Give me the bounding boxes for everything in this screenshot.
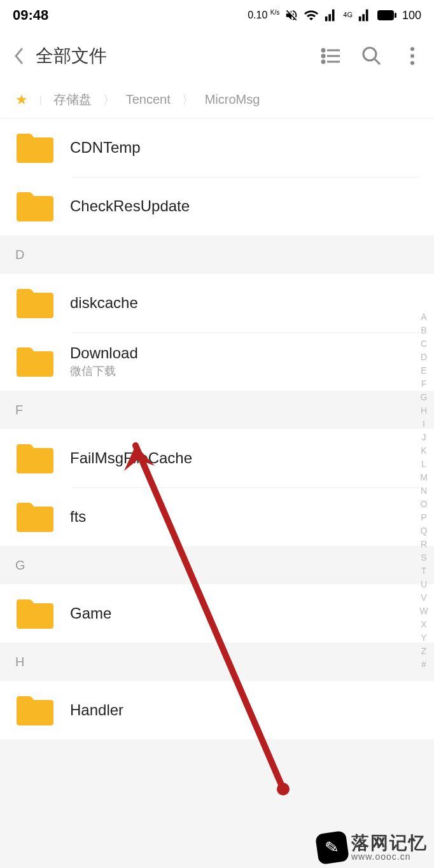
watermark-icon: ✎ [315, 830, 349, 865]
az-letter[interactable]: G [417, 392, 430, 405]
az-letter[interactable]: T [417, 566, 430, 579]
section-header: G [0, 546, 434, 584]
watermark: ✎ 落网记忆 www.oooc.cn [317, 832, 428, 863]
svg-rect-0 [377, 10, 394, 20]
battery-level: 100 [402, 9, 421, 22]
svg-point-11 [410, 54, 414, 58]
breadcrumb-item[interactable]: MicroMsg [205, 92, 260, 107]
folder-row[interactable]: FailMsgFileCache [0, 429, 434, 487]
watermark-main: 落网记忆 [351, 834, 428, 852]
svg-rect-1 [395, 13, 396, 18]
folder-row[interactable]: Game [0, 584, 434, 643]
svg-point-2 [322, 49, 325, 52]
svg-point-4 [322, 55, 325, 57]
list-view-icon[interactable] [319, 45, 342, 67]
az-letter[interactable]: H [417, 405, 430, 419]
az-letter[interactable]: W [417, 606, 430, 619]
az-letter[interactable]: A [417, 312, 430, 325]
az-letter[interactable]: Z [417, 646, 430, 659]
az-letter[interactable]: I [417, 419, 430, 432]
folder-row[interactable]: fts [0, 487, 434, 546]
chevron-right-icon: 〉 [182, 92, 193, 108]
section-header: H [0, 643, 434, 681]
wifi-icon [304, 8, 319, 23]
svg-point-12 [410, 61, 414, 65]
signal-icon-2 [358, 8, 372, 22]
az-letter[interactable]: F [417, 379, 430, 392]
az-letter[interactable]: Q [417, 526, 430, 539]
section-header: D [0, 235, 434, 274]
az-index[interactable]: ABCDEFGHIJKLMNOPQRSTUVWXYZ# [417, 312, 430, 673]
page-title: 全部文件 [36, 44, 312, 68]
az-letter[interactable]: X [417, 619, 430, 633]
az-letter[interactable]: U [417, 579, 430, 592]
search-icon[interactable] [360, 45, 383, 67]
star-icon[interactable]: ★ [15, 92, 28, 108]
svg-point-14 [277, 783, 290, 795]
az-letter[interactable]: # [417, 659, 430, 673]
folder-name: Game [70, 605, 111, 622]
az-letter[interactable]: B [417, 325, 430, 339]
signal-icon [324, 8, 338, 22]
folder-icon [15, 345, 55, 378]
status-bar: 09:48 0.10 K/s 4G 100 [0, 0, 434, 31]
folder-name: CheckResUpdate [70, 197, 190, 215]
folder-icon [15, 442, 55, 475]
az-letter[interactable]: J [417, 432, 430, 445]
folder-name: Download [70, 344, 138, 362]
az-letter[interactable]: N [417, 486, 430, 499]
app-header: 全部文件 [0, 31, 434, 81]
breadcrumb-item[interactable]: Tencent [126, 92, 171, 107]
breadcrumb-item[interactable]: 存储盘 [53, 91, 92, 108]
az-letter[interactable]: P [417, 512, 430, 526]
status-time: 09:48 [13, 7, 48, 24]
folder-icon [15, 131, 55, 164]
watermark-sub: www.oooc.cn [351, 852, 428, 861]
folder-name: fts [70, 508, 86, 526]
az-letter[interactable]: L [417, 459, 430, 472]
breadcrumb: ★ | 存储盘 〉 Tencent 〉 MicroMsg [0, 81, 434, 118]
az-letter[interactable]: V [417, 592, 430, 606]
svg-line-9 [375, 59, 380, 64]
folder-icon [15, 190, 55, 223]
az-letter[interactable]: K [417, 445, 430, 459]
folder-name: CDNTemp [70, 139, 141, 157]
folder-row[interactable]: Download微信下载 [0, 332, 434, 391]
folder-name: diskcache [70, 294, 138, 312]
signal-4g: 4G [343, 11, 353, 18]
folder-icon [15, 500, 55, 533]
battery-icon [377, 10, 397, 21]
az-letter[interactable]: Y [417, 633, 430, 646]
chevron-right-icon: 〉 [103, 92, 115, 108]
more-icon[interactable] [401, 45, 424, 67]
folder-icon [15, 694, 55, 727]
folder-subtitle: 微信下载 [70, 363, 138, 379]
az-letter[interactable]: D [417, 352, 430, 365]
folder-icon [15, 597, 55, 630]
status-icons: 0.10 K/s 4G 100 [248, 8, 421, 23]
svg-point-6 [322, 60, 325, 63]
az-letter[interactable]: E [417, 365, 430, 379]
breadcrumb-sep: | [39, 95, 42, 105]
back-button[interactable] [10, 43, 28, 69]
folder-row[interactable]: CheckResUpdate [0, 177, 434, 235]
az-letter[interactable]: S [417, 552, 430, 566]
section-header: F [0, 391, 434, 429]
az-letter[interactable]: M [417, 472, 430, 486]
folder-row[interactable]: Handler [0, 681, 434, 739]
svg-point-10 [410, 47, 414, 51]
folder-icon [15, 286, 55, 319]
folder-row[interactable]: diskcache [0, 274, 434, 332]
svg-point-8 [363, 48, 376, 60]
az-letter[interactable]: C [417, 339, 430, 352]
az-letter[interactable]: O [417, 499, 430, 512]
az-letter[interactable]: R [417, 539, 430, 552]
mute-icon [284, 8, 298, 22]
folder-name: FailMsgFileCache [70, 449, 192, 467]
folder-row[interactable]: CDNTemp [0, 118, 434, 177]
folder-name: Handler [70, 701, 123, 719]
